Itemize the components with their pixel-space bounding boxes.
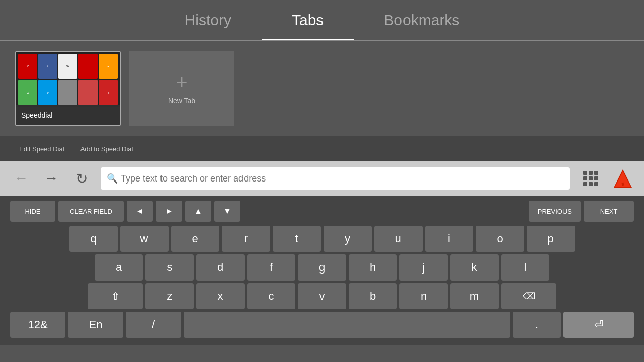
key-b[interactable]: b xyxy=(349,283,397,309)
speeddial-thumbnail: Y f W a G V I xyxy=(16,52,120,107)
context-bar: Edit Speed Dial Add to Speed Dial xyxy=(0,136,644,161)
key-k[interactable]: k xyxy=(450,254,499,281)
speeddial-cell: I xyxy=(99,80,118,105)
key-j[interactable]: j xyxy=(399,254,448,281)
key-w[interactable]: w xyxy=(120,226,169,252)
search-icon: 🔍 xyxy=(107,173,118,184)
speeddial-cell xyxy=(78,80,98,105)
opera-logo-button[interactable] xyxy=(612,167,634,190)
keyboard-row-1: q w e r t y u i o p xyxy=(10,226,634,252)
key-p[interactable]: p xyxy=(527,226,575,252)
slash-button[interactable]: / xyxy=(126,312,181,338)
grid-dots-icon xyxy=(583,171,598,186)
keyboard-next-button[interactable]: NEXT xyxy=(584,201,634,222)
key-z[interactable]: z xyxy=(145,283,194,309)
reload-button[interactable]: ↻ xyxy=(70,167,93,190)
keyboard-row-2: a s d f g h j k l xyxy=(10,254,634,281)
speeddial-tab-label: Speeddial xyxy=(16,105,120,125)
speeddial-cell xyxy=(58,80,77,105)
forward-button[interactable]: → xyxy=(40,167,62,190)
key-h[interactable]: h xyxy=(349,254,397,281)
key-g[interactable]: g xyxy=(298,254,346,281)
speeddial-cell xyxy=(78,54,98,79)
speeddial-cell: Y xyxy=(18,54,37,79)
speeddial-cell: a xyxy=(99,54,118,79)
keyboard-arrow-left-button[interactable]: ◄ xyxy=(127,201,153,222)
speeddial-tab-card[interactable]: Y f W a G V I Speeddial xyxy=(15,51,121,126)
numbers-button[interactable]: 12& xyxy=(10,312,65,338)
key-e[interactable]: e xyxy=(171,226,219,252)
key-c[interactable]: c xyxy=(247,283,295,309)
keyboard-row-3: ⇧ z x c v b n m ⌫ xyxy=(10,283,634,309)
key-s[interactable]: s xyxy=(145,254,194,281)
speeddial-cell: G xyxy=(18,80,37,105)
key-m[interactable]: m xyxy=(450,283,499,309)
keyboard-arrow-down-button[interactable]: ▼ xyxy=(214,201,240,222)
add-to-speed-dial-button[interactable]: Add to Speed Dial xyxy=(76,143,137,155)
keyboard-clear-button[interactable]: CLEAR FIELD xyxy=(58,201,124,222)
key-u[interactable]: u xyxy=(374,226,423,252)
new-tab-card[interactable]: + New Tab xyxy=(129,51,234,126)
space-button[interactable] xyxy=(184,312,510,338)
speeddial-cell: W xyxy=(58,54,77,79)
key-d[interactable]: d xyxy=(196,254,245,281)
new-tab-label: New Tab xyxy=(168,97,195,105)
grid-view-button[interactable] xyxy=(578,165,604,192)
key-r[interactable]: r xyxy=(222,226,270,252)
keyboard-previous-button[interactable]: PREVIOUS xyxy=(529,201,581,222)
key-f[interactable]: f xyxy=(247,254,295,281)
keyboard-arrow-right-button[interactable]: ► xyxy=(156,201,182,222)
speeddial-cell: f xyxy=(38,54,57,79)
key-y[interactable]: y xyxy=(324,226,372,252)
speeddial-cell: V xyxy=(38,80,57,105)
key-i[interactable]: i xyxy=(425,226,473,252)
tabs-content-area: Y f W a G V I Speeddial + New Tab xyxy=(0,41,644,136)
key-o[interactable]: o xyxy=(476,226,524,252)
speeddial-grid: Y f W a G V I xyxy=(16,52,120,107)
back-button[interactable]: ← xyxy=(10,167,32,190)
key-x[interactable]: x xyxy=(196,283,245,309)
search-wrapper: 🔍 xyxy=(101,167,570,190)
key-l[interactable]: l xyxy=(501,254,549,281)
tab-bookmarks[interactable]: Bookmarks xyxy=(354,0,490,40)
new-tab-plus-icon: + xyxy=(176,72,187,93)
keyboard-hide-button[interactable]: HIDE xyxy=(10,201,55,222)
keyboard-arrow-up-button[interactable]: ▲ xyxy=(185,201,211,222)
tab-history[interactable]: History xyxy=(154,0,262,40)
key-t[interactable]: t xyxy=(273,226,321,252)
key-n[interactable]: n xyxy=(399,283,448,309)
keyboard-area: HIDE CLEAR FIELD ◄ ► ▲ ▼ PREVIOUS NEXT q… xyxy=(0,196,644,345)
address-bar-area: ← → ↻ 🔍 xyxy=(0,161,644,196)
enter-button[interactable]: ⏎ xyxy=(564,312,634,338)
top-navigation: History Tabs Bookmarks xyxy=(0,0,644,40)
shift-button[interactable]: ⇧ xyxy=(88,283,143,309)
keyboard-row-4: 12& En / . ⏎ xyxy=(10,312,634,338)
key-q[interactable]: q xyxy=(69,226,118,252)
key-a[interactable]: a xyxy=(95,254,143,281)
dot-button[interactable]: . xyxy=(513,312,561,338)
keyboard-control-row: HIDE CLEAR FIELD ◄ ► ▲ ▼ PREVIOUS NEXT xyxy=(10,201,634,222)
backspace-button[interactable]: ⌫ xyxy=(501,283,556,309)
search-input[interactable] xyxy=(101,167,570,190)
language-button[interactable]: En xyxy=(68,312,123,338)
tab-tabs[interactable]: Tabs xyxy=(262,0,354,40)
edit-speed-dial-button[interactable]: Edit Speed Dial xyxy=(15,143,68,155)
key-v[interactable]: v xyxy=(298,283,346,309)
